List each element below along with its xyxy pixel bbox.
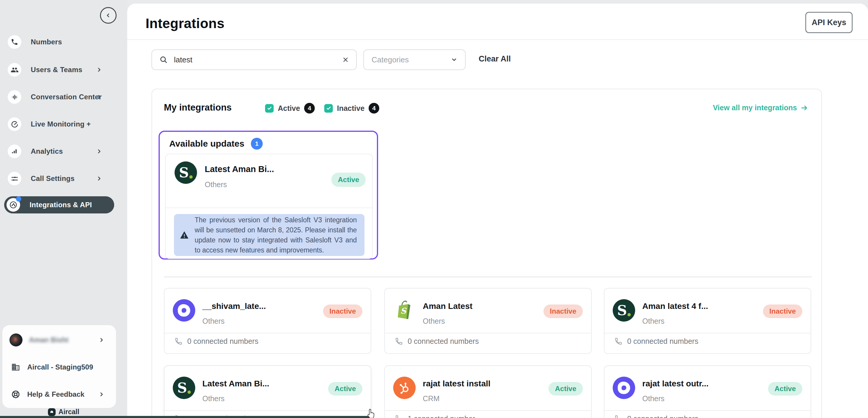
organization-row[interactable]: Aircall - Staging509 (9, 359, 109, 375)
integration-card[interactable]: S Latest Aman Bi... Others Active 4 conn… (164, 365, 371, 418)
section-title: My integrations (164, 102, 231, 113)
card-divider (166, 207, 372, 208)
api-keys-button[interactable]: API Keys (805, 12, 852, 33)
users-icon (8, 63, 21, 76)
categories-placeholder: Categories (372, 55, 409, 64)
chevron-right-icon (96, 67, 102, 72)
integration-card[interactable]: S Aman latest 4 f... Others Inactive 0 c… (604, 288, 811, 354)
categories-dropdown[interactable]: Categories (363, 50, 466, 70)
chevron-right-icon (96, 149, 102, 154)
sliders-icon (8, 172, 21, 185)
bar-chart-icon (8, 144, 21, 158)
sidebar-item-numbers[interactable]: Numbers (8, 33, 120, 51)
integration-category: Others (642, 317, 664, 325)
sidebar: Numbers Users & Teams Conversation Cente… (0, 0, 127, 418)
chevron-right-icon (99, 392, 104, 397)
sidebar-item-label: Live Monitoring + (31, 120, 91, 128)
clear-all-button[interactable]: Clear All (479, 54, 511, 64)
integration-card[interactable]: __shivam_late... Others Inactive 0 conne… (164, 288, 371, 354)
outreach-logo-icon (613, 377, 635, 399)
sunset-alert-text: The previous version of the Salesloft V3… (195, 215, 357, 255)
shopify-logo-icon: S (393, 299, 416, 322)
user-profile-row[interactable]: Aman Bisht (9, 332, 109, 348)
integration-category: CRM (423, 394, 440, 403)
integration-name: Aman latest 4 f... (642, 301, 708, 311)
sidebar-item-integrations-api[interactable]: Integrations & API (4, 196, 114, 214)
phone-icon (615, 415, 622, 418)
sidebar-item-conversation-center[interactable]: Conversation Center (8, 88, 120, 106)
aircall-logo-icon (48, 408, 56, 416)
sidebar-collapse-button[interactable] (100, 7, 117, 24)
status-badge: Inactive (763, 304, 802, 318)
organization-name: Aircall - Staging509 (27, 363, 93, 371)
card-divider (385, 333, 591, 333)
card-divider (164, 410, 371, 411)
card-divider (604, 410, 811, 411)
sidebar-item-call-settings[interactable]: Call Settings (8, 170, 120, 187)
connected-numbers-row: 1 connected number (395, 414, 475, 418)
status-badge: Active (328, 382, 363, 395)
active-count-badge: 4 (304, 103, 315, 114)
clear-search-icon[interactable] (342, 56, 349, 63)
integration-card[interactable]: S Aman Latest Others Inactive 0 connecte… (384, 288, 592, 354)
radar-icon (8, 117, 21, 131)
view-all-integrations-link[interactable]: View all my integrations (713, 103, 808, 112)
integration-name: Latest Aman Bi... (203, 379, 269, 388)
sidebar-item-label: Users & Teams (31, 66, 82, 74)
aircall-admin-app: Numbers Users & Teams Conversation Cente… (0, 0, 868, 418)
status-badge: Active (331, 173, 366, 187)
integration-category: Others (205, 180, 227, 189)
card-divider (604, 333, 811, 333)
hubspot-logo-icon (393, 377, 416, 399)
salesloft-logo-icon: S (175, 161, 197, 184)
search-input[interactable]: latest (152, 50, 357, 70)
integration-category: Others (642, 394, 664, 403)
view-all-label: View all my integrations (713, 103, 797, 112)
inactive-count-badge: 4 (369, 103, 379, 114)
connected-numbers-text: 0 connected numbers (187, 337, 258, 346)
notification-dot (16, 196, 21, 202)
sidebar-item-live-monitoring[interactable]: Live Monitoring + (8, 115, 120, 133)
inactive-checkbox[interactable] (324, 104, 333, 112)
integration-name: Aman Latest (423, 301, 472, 311)
sidebar-bottom-card: Aman Bisht Aircall - Staging509 Help & F… (2, 325, 116, 408)
connected-numbers-text: 0 connected numbers (627, 414, 698, 418)
phone-icon (8, 35, 21, 49)
sidebar-item-analytics[interactable]: Analytics (8, 142, 120, 160)
sunset-alert: The previous version of the Salesloft V3… (174, 214, 365, 256)
integration-card[interactable]: rajat latest outr... Others Active 0 con… (604, 365, 811, 418)
building-icon (11, 362, 21, 372)
available-updates-count-badge: 1 (251, 138, 263, 150)
phone-icon (175, 337, 183, 345)
svg-text:S: S (400, 306, 407, 315)
brand-name: Aircall (59, 408, 79, 416)
inactive-filter-label: Inactive (337, 104, 365, 112)
chevron-right-icon (96, 94, 102, 100)
chevron-left-icon (105, 12, 111, 18)
connected-numbers-text: 0 connected numbers (627, 337, 698, 346)
sidebar-item-label: Call Settings (31, 174, 74, 183)
active-filter-label: Active (278, 104, 300, 112)
integration-category: Others (203, 317, 224, 325)
available-updates-header: Available updates 1 (169, 138, 263, 150)
integration-name: Latest Aman Bi... (205, 164, 274, 174)
connected-numbers-row: 0 connected numbers (615, 337, 698, 346)
status-badge: Active (768, 382, 802, 395)
active-filter: Active 4 (265, 103, 315, 114)
chevron-down-icon (451, 57, 457, 63)
active-checkbox[interactable] (265, 104, 274, 112)
search-value: latest (174, 55, 342, 64)
card-divider (164, 333, 371, 333)
page-title: Integrations (146, 15, 224, 31)
section-divider (164, 276, 812, 278)
search-icon (159, 55, 168, 64)
sidebar-item-users-teams[interactable]: Users & Teams (8, 61, 120, 78)
integration-card[interactable]: rajat latest install CRM Active 1 connec… (384, 365, 592, 418)
update-integration-card[interactable]: S Latest Aman Bi... Others Active The pr… (165, 154, 373, 259)
outreach-logo-icon (173, 299, 195, 322)
chevron-right-icon (96, 176, 102, 181)
status-badge: Inactive (544, 304, 583, 318)
brand-footer: Aircall (0, 408, 127, 416)
help-feedback-row[interactable]: Help & Feedback (9, 387, 109, 402)
integration-category: Others (423, 317, 445, 325)
